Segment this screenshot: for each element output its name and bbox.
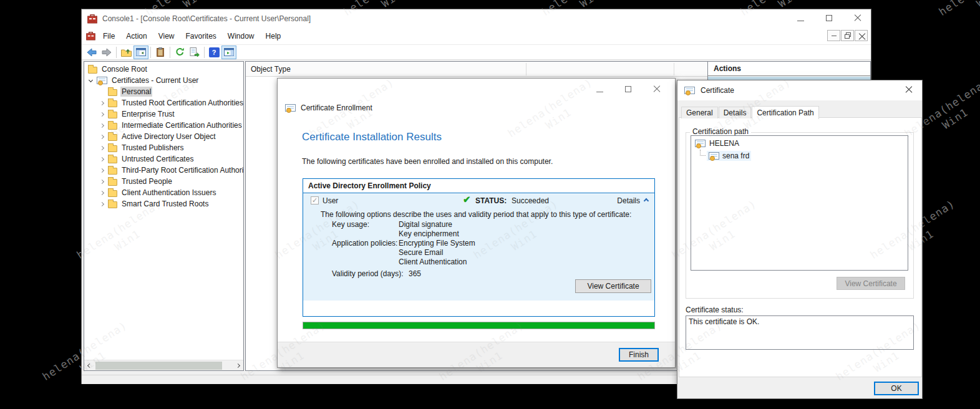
tree-item-enterprise-trust[interactable]: Enterprise Trust [84,108,243,120]
help-icon[interactable]: ? [206,46,221,59]
forward-icon[interactable] [99,46,114,59]
menu-view[interactable]: View [153,29,180,43]
mdi-close-button[interactable] [855,30,868,41]
close-icon[interactable] [905,86,913,96]
certification-path-tree: HELENA sena frd [691,135,908,271]
chevron-right-icon[interactable] [98,203,105,206]
window-controls [796,9,862,28]
tree-item-client-auth-issuers[interactable]: Client Authentication Issuers [84,187,243,198]
app-policies-value: Client Authentication [399,257,467,266]
menu-window[interactable]: Window [222,29,260,43]
back-icon[interactable] [84,46,99,59]
page-title: Certificate Installation Results [302,131,442,143]
menu-action[interactable]: Action [120,29,152,43]
path-item-root[interactable]: HELENA [691,138,908,148]
tab-certification-path[interactable]: Certification Path [752,106,818,119]
folder-icon [108,168,117,175]
horizontal-scrollbar[interactable] [84,360,243,370]
chevron-right-icon[interactable] [98,169,105,172]
tree-item-trusted-people[interactable]: Trusted People [84,176,243,187]
tree-item-ad-user-object[interactable]: Active Directory User Object [84,131,243,142]
menu-favorites[interactable]: Favorites [180,29,222,43]
validity-label: Validity period (days): [332,269,404,278]
dialog-title-bar[interactable]: Certificate [677,80,922,100]
chevron-right-icon[interactable] [98,113,105,116]
mdi-restore-button[interactable] [841,30,854,41]
minimize-icon[interactable] [595,85,604,94]
chevron-down-icon[interactable] [87,80,94,82]
chevron-right-icon[interactable] [98,102,105,105]
close-icon[interactable] [853,14,862,24]
folder-icon [108,145,117,152]
scroll-left-icon[interactable] [84,360,95,370]
tab-details[interactable]: Details [719,107,752,118]
refresh-icon[interactable] [172,46,187,59]
maximize-icon[interactable] [624,85,633,94]
up-one-level-icon[interactable] [119,46,133,59]
certificate-icon [709,152,719,160]
toolbar-separator [170,47,170,58]
export-list-icon[interactable] [187,46,202,59]
chevron-right-icon[interactable] [98,147,105,150]
folder-icon [108,134,117,141]
tree-item-trusted-root-cas[interactable]: Trusted Root Certification Authorities [84,97,243,108]
tab-strip: General Details Certification Path [681,105,820,118]
tree-item-console-root[interactable]: Console Root [84,64,243,75]
scrollbar-thumb[interactable] [95,362,222,370]
tree-item-smart-card-trusted-roots[interactable]: Smart Card Trusted Roots [84,198,243,209]
mdi-minimize-button[interactable] [827,30,840,41]
chevron-right-icon[interactable] [98,191,105,195]
certificate-icon [695,140,706,147]
column-divider[interactable] [526,63,526,75]
details-toggle[interactable]: Details [617,196,648,205]
user-checkbox: ✓ [311,196,319,205]
view-certificate-button[interactable]: View Certificate [575,279,651,293]
page-description: The following certificates have been enr… [302,157,553,166]
toolbar-separator [150,47,151,58]
chevron-right-icon[interactable] [98,180,105,183]
tree-item-trusted-publishers[interactable]: Trusted Publishers [84,142,243,153]
status-label: STATUS: [475,196,507,205]
folder-icon [108,201,117,208]
close-icon[interactable] [653,85,661,95]
column-header-object-type[interactable]: Object Type [251,65,291,74]
tree-item-certificates-current-user[interactable]: Certificates - Current User [84,75,243,86]
chevron-right-icon[interactable] [98,158,105,161]
scroll-right-icon[interactable] [233,360,243,370]
key-usage-value: Digital signature [399,220,452,229]
app-policies-value: Encrypting File System [399,239,475,248]
folder-icon [108,89,117,96]
show-hide-console-tree-icon[interactable] [133,46,148,59]
chevron-right-icon[interactable] [98,124,105,127]
folder-icon [88,67,97,74]
console-child-icon [86,32,95,41]
menu-help[interactable]: Help [260,29,287,43]
column-divider[interactable] [674,63,674,75]
paste-icon[interactable] [153,46,168,59]
maximize-icon[interactable] [825,14,833,23]
title-bar[interactable]: Console1 - [Console Root\Certificates - … [82,9,871,28]
tree-item-intermediate-cas[interactable]: Intermediate Certification Authorities [84,120,243,131]
show-hide-action-pane-icon[interactable] [221,46,236,59]
minimize-icon[interactable] [796,14,805,23]
tree-item-third-party-root-cas[interactable]: Third-Party Root Certification Authoriti… [84,165,243,176]
ok-button[interactable]: OK [874,382,919,395]
certificate-snapin-icon [97,77,107,84]
app-policies-label: Application policies: [332,239,397,248]
actions-header: Actions [708,62,870,76]
app-policies-value: Secure Email [399,248,443,257]
certificate-status-label: Certificate status: [686,306,744,314]
dialog-window-controls [595,85,661,95]
folder-icon [108,156,117,163]
chevron-right-icon[interactable] [98,135,105,138]
dialog-footer: Finish [278,342,675,367]
folder-icon [108,100,117,107]
key-usage-label: Key usage: [332,220,369,229]
path-item-leaf[interactable]: sena frd [691,150,908,161]
mmc-app-icon [87,14,97,24]
tab-general[interactable]: General [681,107,718,118]
tree-item-untrusted-certificates[interactable]: Untrusted Certificates [84,153,243,165]
menu-file[interactable]: File [97,29,120,43]
tree-item-personal[interactable]: Personal [84,86,243,97]
finish-button[interactable]: Finish [619,348,659,362]
